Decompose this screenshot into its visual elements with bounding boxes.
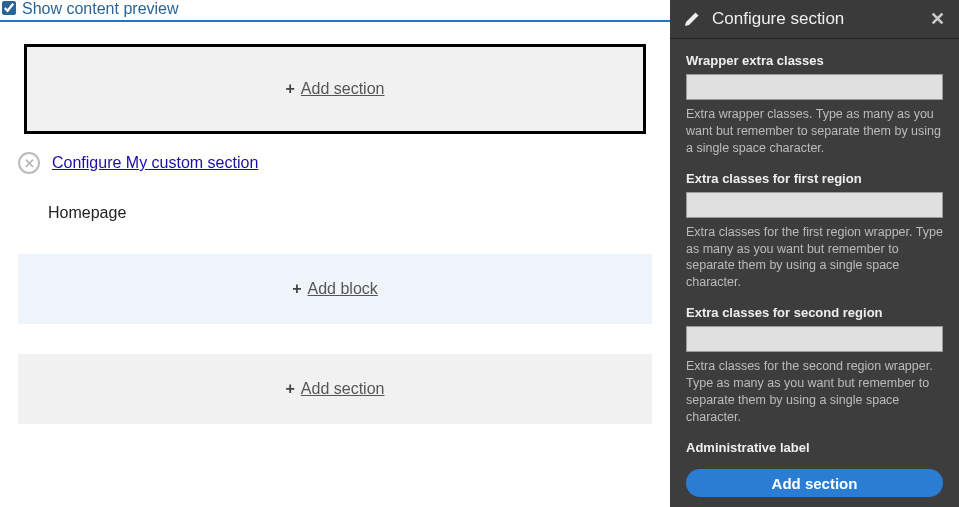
first-region-classes-input[interactable] — [686, 192, 943, 218]
pencil-icon — [684, 11, 700, 27]
layout-builder-main: Show content preview + Add section ✕ Con… — [0, 0, 670, 507]
close-panel-button[interactable]: ✕ — [930, 8, 945, 30]
wrapper-extra-classes-field: Wrapper extra classes Extra wrapper clas… — [686, 53, 943, 157]
content-preview-bar: Show content preview — [0, 0, 670, 22]
configure-section-link[interactable]: Configure My custom section — [52, 154, 258, 172]
add-section-hero-label: Add section — [301, 80, 385, 98]
panel-header: Configure section ✕ — [670, 0, 959, 39]
wrapper-extra-classes-input[interactable] — [686, 74, 943, 100]
field-label: Extra classes for first region — [686, 171, 943, 186]
remove-section-button[interactable]: ✕ — [18, 152, 40, 174]
panel-footer: Add section — [670, 459, 959, 507]
add-section-row[interactable]: + Add section — [18, 354, 652, 424]
page-title: Homepage — [48, 204, 652, 222]
panel-body: Wrapper extra classes Extra wrapper clas… — [670, 39, 959, 459]
field-description: Extra classes for the first region wrapp… — [686, 224, 943, 292]
add-section-hero[interactable]: + Add section — [24, 44, 646, 134]
administrative-label-field: Administrative label — [686, 440, 943, 459]
close-icon: ✕ — [930, 9, 945, 29]
show-content-preview-label[interactable]: Show content preview — [22, 0, 179, 18]
section-config-row: ✕ Configure My custom section — [18, 152, 652, 174]
field-label: Extra classes for second region — [686, 305, 943, 320]
plus-icon: + — [292, 280, 301, 298]
second-region-classes-field: Extra classes for second region Extra cl… — [686, 305, 943, 426]
panel-title: Configure section — [712, 9, 930, 29]
add-block-row[interactable]: + Add block — [18, 254, 652, 324]
close-icon: ✕ — [24, 157, 35, 170]
field-description: Extra classes for the second region wrap… — [686, 358, 943, 426]
field-label: Administrative label — [686, 440, 943, 455]
add-section-submit-button[interactable]: Add section — [686, 469, 943, 497]
add-section-label: Add section — [301, 380, 385, 398]
field-description: Extra wrapper classes. Type as many as y… — [686, 106, 943, 157]
plus-icon: + — [286, 80, 295, 98]
show-content-preview-checkbox[interactable] — [2, 1, 16, 15]
field-label: Wrapper extra classes — [686, 53, 943, 68]
first-region-classes-field: Extra classes for first region Extra cla… — [686, 171, 943, 292]
configure-section-panel: Configure section ✕ Wrapper extra classe… — [670, 0, 959, 507]
add-block-label: Add block — [308, 280, 378, 298]
plus-icon: + — [286, 380, 295, 398]
layout-area: + Add section ✕ Configure My custom sect… — [0, 22, 670, 424]
second-region-classes-input[interactable] — [686, 326, 943, 352]
